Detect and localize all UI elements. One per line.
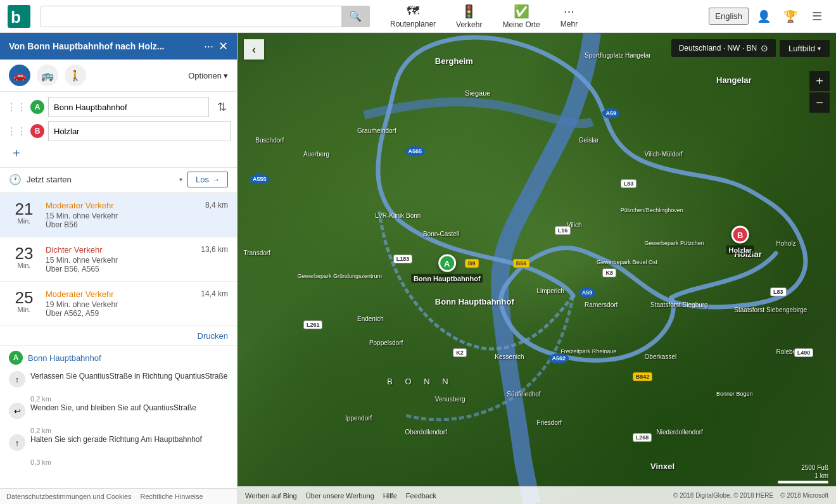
map-back-button[interactable]: ‹ [244, 39, 264, 60]
map-label-auerberg: Auerberg [303, 151, 329, 158]
depart-text: Jetzt starten [27, 175, 174, 184]
route-option-2[interactable]: 23 Min. Dichter Verkehr 15 Min. ohne Ver… [0, 237, 237, 282]
route-traffic-2: Dichter Verkehr [46, 245, 194, 255]
search-input[interactable] [41, 6, 341, 27]
map-footer-links: Werben auf Bing Über unsere Werbung Hilf… [245, 492, 436, 500]
map-label-limperich: Limperich [537, 287, 564, 294]
drag-handle-start[interactable]: ⋮⋮ [6, 101, 27, 113]
footer-feedback-link[interactable]: Feedback [406, 492, 436, 500]
waypoint-start-input[interactable] [48, 97, 209, 117]
meine-orte-icon: ✅ [514, 4, 529, 19]
nav-item-mehr[interactable]: ··· Mehr [552, 1, 586, 31]
transport-bus-button[interactable]: 🚌 [37, 65, 58, 86]
footer-privacy-link[interactable]: Datenschutzbestimmungen und Cookies [6, 493, 132, 500]
route-option-3[interactable]: 25 Min. Moderater Verkehr 19 Min. ohne V… [0, 282, 237, 326]
waypoint-start-row: ⋮⋮ A ⇅ [6, 97, 231, 117]
marker-a-label: Bonn Hauptbahnhof [411, 274, 483, 283]
map-label-ippendorf: Oberdollendorf [405, 429, 447, 436]
map-label-transdorf: Transdorf [243, 249, 270, 256]
go-button[interactable]: Los → [187, 172, 228, 187]
waypoint-end-row: ⋮⋮ B [6, 121, 231, 141]
route-minutes-1: 21 [9, 201, 39, 217]
route-minutes-3: 25 [9, 289, 39, 306]
header-right: English 👤 🏆 ☰ [709, 5, 828, 28]
clock-icon: 🕐 [9, 173, 22, 186]
route-sub2-2: Über B56, A565 [46, 265, 194, 274]
footer-advertise-link[interactable]: Werben auf Bing [245, 492, 297, 500]
zoom-in-button[interactable]: + [809, 71, 830, 91]
nav-item-verkehr[interactable]: 🚦 Verkehr [447, 1, 491, 32]
map-label-vilich: Vilich [567, 222, 582, 229]
menu-icon-button[interactable]: ☰ [806, 5, 828, 28]
road-a59-1: A59 [602, 108, 619, 118]
map-label-gwp-beuel: Gewerbepark Beuel Ost [597, 259, 657, 265]
transport-walk-button[interactable]: 🚶 [65, 65, 86, 86]
add-stop-button[interactable]: + [6, 145, 27, 162]
attribution-text: © 2018 DigitalGlobe, © 2018 HERE [673, 492, 773, 499]
trophy-icon-button[interactable]: 🏆 [779, 5, 802, 28]
location-label: Deutschland · NW · BN [679, 44, 757, 53]
footer-about-link[interactable]: Über unsere Werbung [306, 492, 374, 500]
start-marker: A [9, 351, 23, 365]
transport-car-button[interactable]: 🚗 [9, 65, 30, 86]
more-options-icon[interactable]: ··· [204, 40, 213, 53]
options-button[interactable]: Optionen ▾ [188, 71, 228, 80]
scale-bar-inner [778, 481, 828, 484]
map-location-button[interactable]: Deutschland · NW · BN ⊙ [671, 39, 776, 57]
road-l83-2: L83 [770, 287, 787, 296]
step-icon-2: ↩ [9, 403, 25, 419]
step-distance-3: 0,3 km [30, 458, 228, 466]
user-icon-button[interactable]: 👤 [752, 5, 775, 28]
map-label-lvr: LVR-Klinik Bonn [375, 212, 421, 219]
footer-help-link[interactable]: Hilfe [383, 492, 397, 500]
map-canvas: Bergheim Sportflugplatz Hangelar Hangela… [238, 33, 836, 504]
directions-header-actions: ··· ✕ [204, 39, 228, 53]
map-label-venusberg: Venusberg [435, 396, 466, 403]
map-marker-a: A Bonn Hauptbahnhof [411, 255, 483, 283]
map-label-friesdorf: Friesdorf [537, 419, 562, 426]
map-label-sudfriedhof: Südfiriedhof [507, 391, 540, 398]
scale-line [778, 481, 828, 484]
map-label-staatsforst: Staatsforst Siegburg [650, 301, 708, 308]
road-l261: L261 [303, 320, 323, 329]
nav-label-routenplaner: Routenplaner [390, 20, 436, 28]
map-label-hoholz: Hoholz [776, 240, 796, 247]
map-area[interactable]: Bergheim Sportflugplatz Hangelar Hangela… [238, 33, 836, 504]
step-distance-1: 0,2 km [30, 395, 228, 403]
route-option-1[interactable]: 21 Min. Moderater Verkehr 15 Min. ohne V… [0, 193, 237, 237]
map-label-bonn-city: B O N N [387, 377, 453, 386]
bing-logo[interactable]: b [8, 5, 30, 28]
depart-dropdown-icon[interactable]: ▾ [179, 176, 182, 183]
road-k8: K8 [602, 268, 616, 277]
map-label-bonn-castell: Bonn-Castell [423, 230, 459, 237]
directions-steps: A Bonn Hauptbahnhof ↑ Verlassen Sie Quan… [0, 346, 237, 471]
step-icon-3: ↑ [9, 434, 25, 451]
nav-item-meine-orte[interactable]: ✅ Meine Orte [493, 1, 548, 32]
nav-item-routenplaner[interactable]: 🗺 Routenplaner [381, 1, 445, 31]
zoom-out-button[interactable]: − [809, 92, 830, 113]
route-unit-1: Min. [9, 217, 39, 225]
road-k2: K2 [453, 348, 467, 357]
map-label-oberkassel: Oberkassel [645, 353, 677, 360]
sidebar: Von Bonn Hauptbahnhof nach Holz... ··· ✕… [0, 33, 238, 504]
drag-handle-end[interactable]: ⋮⋮ [6, 125, 27, 137]
route-details-1: Moderater Verkehr 15 Min. ohne Verkehr Ü… [46, 201, 199, 229]
copyright-text: © 2018 Microsoft [780, 492, 828, 499]
map-type-chevron-icon: ▾ [818, 45, 821, 52]
footer-legal-link[interactable]: Rechtliche Hinweise [141, 493, 203, 500]
search-button[interactable]: 🔍 [341, 6, 369, 27]
map-label-oberdollendorf: Niederdollendorf [657, 429, 703, 436]
map-label-geislar: Geislar [579, 137, 599, 144]
route-time-1: 21 Min. [9, 201, 39, 225]
language-button[interactable]: English [709, 8, 749, 25]
main-content: Von Bonn Hauptbahnhof nach Holz... ··· ✕… [0, 33, 836, 504]
road-l183: L183 [393, 255, 413, 263]
swap-waypoints-button[interactable]: ⇅ [213, 98, 231, 116]
close-icon[interactable]: ✕ [218, 39, 228, 53]
waypoint-end-input[interactable] [48, 121, 231, 141]
start-location-name: Bonn Hauptbahnhof [28, 353, 101, 363]
scale-label-1: 2500 Fuß [801, 464, 828, 471]
route-traffic-3: Moderater Verkehr [46, 289, 194, 299]
print-button[interactable]: Drucken [198, 331, 228, 341]
map-type-button[interactable]: Luftbild ▾ [780, 40, 830, 57]
